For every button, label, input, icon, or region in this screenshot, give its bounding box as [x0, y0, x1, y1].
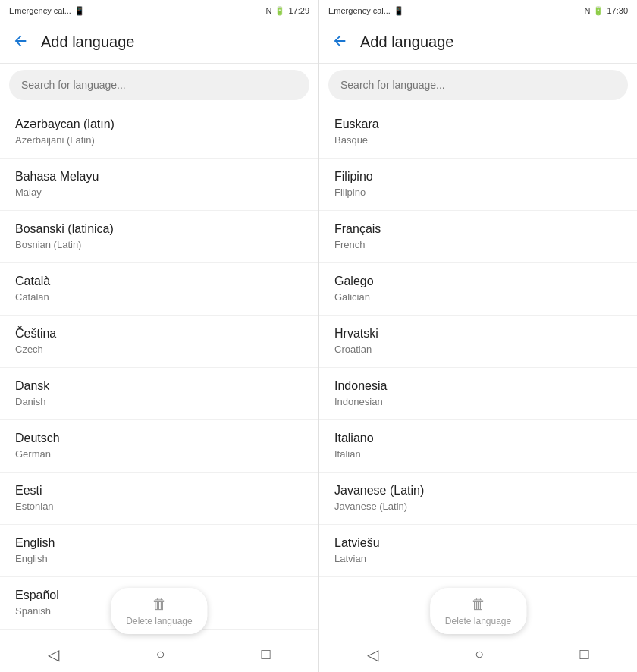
- lang-english-name: Bosnian (Latin): [15, 238, 303, 252]
- emergency-call-left: Emergency cal...: [9, 6, 71, 15]
- status-right-right: N 🔋 17:30: [585, 6, 628, 16]
- lang-english-name: Czech: [15, 343, 303, 356]
- language-list-left: Azərbaycan (latın)Azerbaijani (Latin)Bah…: [0, 106, 318, 636]
- list-item[interactable]: EuskaraBasque: [319, 106, 637, 159]
- status-left: Emergency cal... 📱: [9, 6, 85, 16]
- lang-english-name: Basque: [334, 133, 622, 147]
- lang-english-name: Catalan: [15, 290, 303, 304]
- lang-native-name: Latviešu: [334, 535, 622, 551]
- delete-label-right: Delete language: [445, 616, 511, 626]
- top-bar-left: Add language: [0, 21, 318, 64]
- nav-bar-right: ◁ ○ □: [319, 636, 637, 672]
- delete-label-left: Delete language: [126, 616, 192, 626]
- search-container-right: [319, 64, 637, 106]
- list-item[interactable]: Bosanski (latinica)Bosnian (Latin): [0, 211, 318, 263]
- back-button-right[interactable]: [331, 33, 348, 52]
- phone-panel-right: Emergency cal... 📱 N 🔋 17:30 Add languag…: [318, 0, 637, 672]
- lang-english-name: Estonian: [15, 500, 303, 513]
- delete-button-container-left: 🗑 Delete language: [111, 588, 207, 634]
- lang-english-name: Galician: [334, 290, 622, 304]
- lang-english-name: Italian: [334, 447, 622, 461]
- lang-native-name: Filipino: [334, 169, 622, 185]
- lang-english-name: Malay: [15, 186, 303, 199]
- lang-native-name: Azərbaycan (latın): [15, 117, 303, 133]
- trash-icon-right: 🗑: [471, 595, 486, 613]
- search-input-right[interactable]: [328, 70, 628, 100]
- list-item[interactable]: FrançaisFrench: [319, 211, 637, 263]
- status-left-right: Emergency cal... 📱: [328, 6, 404, 16]
- lang-english-name: Azerbaijani (Latin): [15, 133, 303, 147]
- lang-native-name: Català: [15, 274, 303, 290]
- phone-panel-left: Emergency cal... 📱 N 🔋 17:29 Add languag…: [0, 0, 318, 672]
- list-item[interactable]: EnglishEnglish: [0, 525, 318, 577]
- lang-native-name: Galego: [334, 274, 622, 290]
- trash-icon-left: 🗑: [152, 595, 167, 613]
- lang-native-name: Bosanski (latinica): [15, 221, 303, 237]
- lang-english-name: Danish: [15, 395, 303, 409]
- lang-english-name: English: [15, 552, 303, 566]
- list-item[interactable]: ItalianoItalian: [319, 420, 637, 473]
- list-item[interactable]: ČeštinaCzech: [0, 316, 318, 368]
- language-list-right: EuskaraBasqueFilipinoFilipinoFrançaisFre…: [319, 106, 637, 636]
- delete-button-container-right: 🗑 Delete language: [430, 588, 526, 634]
- lang-english-name: Croatian: [334, 343, 622, 356]
- status-bar-left: Emergency cal... 📱 N 🔋 17:29: [0, 0, 318, 21]
- list-item[interactable]: GalegoGalician: [319, 263, 637, 316]
- home-nav-left[interactable]: ○: [155, 645, 165, 663]
- status-icon-phone-right: 📱: [394, 6, 404, 16]
- list-item[interactable]: Azərbaycan (latın)Azerbaijani (Latin): [0, 106, 318, 159]
- status-icon-phone: 📱: [74, 6, 85, 16]
- home-nav-right[interactable]: ○: [475, 645, 484, 663]
- back-nav-right[interactable]: ◁: [367, 645, 378, 664]
- status-right-left: N 🔋 17:29: [266, 6, 309, 16]
- lang-native-name: Indonesia: [334, 378, 622, 394]
- lang-native-name: Dansk: [15, 378, 303, 394]
- delete-language-button-right[interactable]: 🗑 Delete language: [430, 588, 526, 634]
- lang-native-name: Deutsch: [15, 431, 303, 447]
- emergency-call-right: Emergency cal...: [328, 6, 391, 15]
- search-container-left: [0, 64, 318, 106]
- lang-native-name: Bahasa Melayu: [15, 169, 303, 185]
- lang-english-name: Filipino: [334, 186, 622, 199]
- list-item[interactable]: DeutschGerman: [0, 420, 318, 473]
- list-item[interactable]: FilipinoFilipino: [319, 159, 637, 211]
- search-input-left[interactable]: [9, 70, 309, 100]
- back-button-left[interactable]: [12, 33, 29, 52]
- battery-icon-left: 🔋: [275, 6, 285, 16]
- list-item[interactable]: HrvatskiCroatian: [319, 316, 637, 368]
- list-item[interactable]: Javanese (Latin)Javanese (Latin): [319, 473, 637, 525]
- page-title-left: Add language: [41, 33, 134, 51]
- list-item[interactable]: LatviešuLatvian: [319, 525, 637, 577]
- time-right: 17:30: [607, 6, 628, 15]
- recent-nav-left[interactable]: □: [261, 645, 270, 663]
- page-title-right: Add language: [360, 33, 453, 51]
- lang-english-name: German: [15, 447, 303, 461]
- top-bar-right: Add language: [319, 21, 637, 64]
- lang-english-name: French: [334, 238, 622, 252]
- delete-language-button-left[interactable]: 🗑 Delete language: [111, 588, 207, 634]
- nfc-icon-left: N: [266, 6, 272, 15]
- recent-nav-right[interactable]: □: [580, 645, 589, 663]
- list-item[interactable]: DanskDanish: [0, 368, 318, 420]
- lang-native-name: Français: [334, 221, 622, 237]
- lang-english-name: Latvian: [334, 552, 622, 566]
- time-left: 17:29: [288, 6, 309, 15]
- status-bar-right: Emergency cal... 📱 N 🔋 17:30: [319, 0, 637, 21]
- nav-bar-left: ◁ ○ □: [0, 636, 318, 672]
- lang-native-name: Euskara: [334, 117, 622, 133]
- lang-english-name: Javanese (Latin): [334, 500, 622, 513]
- lang-native-name: Javanese (Latin): [334, 483, 622, 499]
- nfc-icon-right: N: [585, 6, 591, 15]
- back-nav-left[interactable]: ◁: [48, 645, 59, 664]
- lang-native-name: Eesti: [15, 483, 303, 499]
- list-item[interactable]: Bahasa MelayuMalay: [0, 159, 318, 211]
- list-item[interactable]: IndonesiaIndonesian: [319, 368, 637, 420]
- lang-native-name: Čeština: [15, 326, 303, 342]
- battery-icon-right: 🔋: [593, 6, 604, 16]
- lang-native-name: Hrvatski: [334, 326, 622, 342]
- list-item[interactable]: CatalàCatalan: [0, 263, 318, 316]
- lang-native-name: English: [15, 535, 303, 551]
- list-item[interactable]: EestiEstonian: [0, 473, 318, 525]
- lang-native-name: Italiano: [334, 431, 622, 447]
- lang-english-name: Indonesian: [334, 395, 622, 409]
